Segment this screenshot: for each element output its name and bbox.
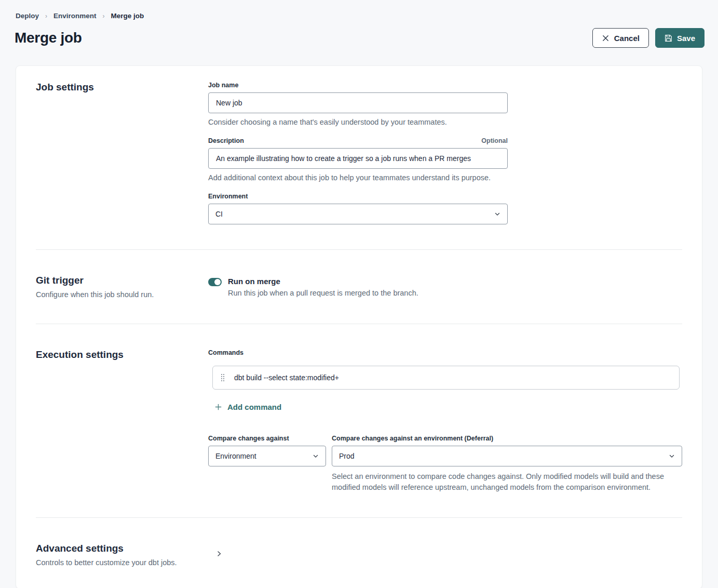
deferral-label: Compare changes against an environment (…: [332, 435, 493, 442]
chevron-right-icon[interactable]: [213, 548, 225, 559]
cancel-button[interactable]: Cancel: [592, 28, 649, 48]
close-icon: [602, 34, 609, 42]
deferral-select[interactable]: Prod: [332, 446, 682, 466]
save-button-label: Save: [677, 34, 695, 43]
job-settings-heading: Job settings: [36, 82, 208, 93]
section-advanced-settings: Advanced settings Controls to better cus…: [16, 518, 702, 588]
advanced-settings-subheading: Controls to better customize your dbt jo…: [36, 558, 208, 567]
job-name-helper: Consider choosing a name that's easily u…: [208, 118, 682, 126]
header-actions: Cancel Save: [592, 28, 705, 48]
breadcrumb-separator-icon: ›: [45, 12, 47, 20]
save-button[interactable]: Save: [655, 28, 705, 48]
top-bar: Deploy › Environment › Merge job: [0, 0, 718, 20]
environment-label: Environment: [208, 193, 248, 200]
description-helper: Add additional context about this job to…: [208, 173, 682, 182]
job-name-label: Job name: [208, 82, 238, 89]
plus-icon: [214, 403, 222, 411]
compare-row: Compare changes against Environment Comp…: [208, 435, 682, 492]
git-trigger-heading: Git trigger: [36, 275, 208, 286]
add-command-button[interactable]: Add command: [214, 403, 281, 411]
compare-against-label: Compare changes against: [208, 435, 289, 442]
environment-select[interactable]: CI: [208, 204, 508, 224]
section-job-settings: Job settings Job name Consider choosing …: [16, 66, 702, 249]
description-field: Description Optional Add additional cont…: [208, 137, 682, 182]
section-git-trigger: Git trigger Configure when this job shou…: [16, 250, 702, 324]
deferral-helper: Select an environment to compare code ch…: [332, 471, 674, 492]
page-title: Merge job: [15, 30, 82, 46]
save-icon: [665, 34, 672, 42]
job-settings-card: Job settings Job name Consider choosing …: [16, 65, 702, 588]
compare-against-field: Compare changes against Environment: [208, 435, 326, 492]
deferral-field: Compare changes against an environment (…: [332, 435, 682, 492]
description-label: Description: [208, 137, 244, 144]
toggle-knob: [214, 279, 221, 285]
environment-field: Environment CI: [208, 193, 682, 224]
environment-select-value: CI: [215, 210, 223, 218]
job-name-input[interactable]: [208, 92, 508, 113]
chevron-down-icon: [313, 453, 319, 459]
breadcrumb-merge-job: Merge job: [111, 12, 144, 20]
commands-label: Commands: [208, 349, 682, 356]
git-trigger-subheading: Configure when this job should run.: [36, 290, 208, 299]
chevron-down-icon: [494, 211, 500, 217]
add-command-label: Add command: [227, 403, 281, 411]
advanced-settings-heading: Advanced settings: [36, 543, 208, 554]
cancel-button-label: Cancel: [614, 34, 640, 43]
chevron-down-icon: [669, 453, 675, 459]
run-on-merge-description: Run this job when a pull request is merg…: [228, 289, 418, 297]
command-row: [212, 366, 680, 390]
breadcrumb: Deploy › Environment › Merge job: [16, 12, 702, 20]
run-on-merge-toggle[interactable]: [208, 278, 222, 286]
run-on-merge-row: Run on merge Run this job when a pull re…: [208, 275, 682, 297]
description-optional-badge: Optional: [481, 137, 508, 144]
deferral-select-value: Prod: [339, 452, 355, 460]
page-header: Merge job Cancel Save: [0, 28, 718, 48]
execution-settings-heading: Execution settings: [36, 349, 208, 360]
description-input[interactable]: [208, 148, 508, 169]
breadcrumb-environment[interactable]: Environment: [53, 12, 97, 20]
job-name-field: Job name Consider choosing a name that's…: [208, 82, 682, 126]
run-on-merge-label: Run on merge: [228, 277, 418, 286]
compare-against-select-value: Environment: [215, 452, 256, 460]
breadcrumb-deploy[interactable]: Deploy: [16, 12, 39, 20]
command-input[interactable]: [233, 373, 672, 382]
drag-handle-icon[interactable]: [220, 372, 225, 383]
section-execution-settings: Execution settings Commands Add command: [16, 324, 702, 517]
compare-against-select[interactable]: Environment: [208, 446, 326, 466]
breadcrumb-separator-icon: ›: [103, 12, 105, 20]
